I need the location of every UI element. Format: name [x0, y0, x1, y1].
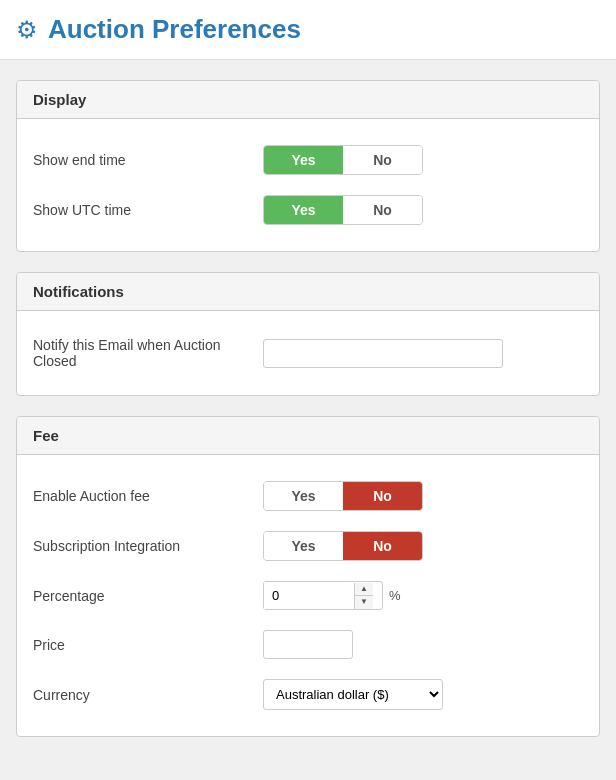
currency-row: Currency Australian dollar ($) US dollar…: [33, 669, 583, 720]
show-utc-time-label: Show UTC time: [33, 202, 263, 218]
currency-select[interactable]: Australian dollar ($) US dollar ($) Euro…: [263, 679, 443, 710]
percentage-input[interactable]: [264, 582, 354, 609]
display-card-header: Display: [17, 81, 599, 119]
show-end-time-label: Show end time: [33, 152, 263, 168]
main-content: Display Show end time Yes No Show UTC ti…: [0, 60, 616, 757]
percentage-spinner: ▲ ▼: [354, 583, 373, 609]
enable-auction-fee-label: Enable Auction fee: [33, 488, 263, 504]
enable-auction-fee-row: Enable Auction fee Yes No: [33, 471, 583, 521]
show-utc-time-yes[interactable]: Yes: [264, 196, 343, 224]
subscription-integration-no[interactable]: No: [343, 532, 422, 560]
show-end-time-toggle[interactable]: Yes No: [263, 145, 423, 175]
percentage-row: Percentage ▲ ▼ %: [33, 571, 583, 620]
enable-auction-fee-no[interactable]: No: [343, 482, 422, 510]
notifications-card-body: Notify this Email when Auction Closed: [17, 311, 599, 395]
notify-email-label: Notify this Email when Auction Closed: [33, 337, 263, 369]
subscription-integration-yes[interactable]: Yes: [264, 532, 343, 560]
page-header: ⚙ Auction Preferences: [0, 0, 616, 60]
notify-email-row: Notify this Email when Auction Closed: [33, 327, 583, 379]
notifications-card-header: Notifications: [17, 273, 599, 311]
show-end-time-row: Show end time Yes No: [33, 135, 583, 185]
percentage-spinner-up[interactable]: ▲: [355, 583, 373, 596]
percentage-input-wrap: ▲ ▼: [263, 581, 383, 610]
display-card-body: Show end time Yes No Show UTC time Yes N…: [17, 119, 599, 251]
enable-auction-fee-yes[interactable]: Yes: [264, 482, 343, 510]
notifications-card: Notifications Notify this Email when Auc…: [16, 272, 600, 396]
fee-card: Fee Enable Auction fee Yes No Subscripti…: [16, 416, 600, 737]
show-end-time-yes[interactable]: Yes: [264, 146, 343, 174]
price-label: Price: [33, 637, 263, 653]
percentage-unit: %: [389, 588, 401, 603]
subscription-integration-label: Subscription Integration: [33, 538, 263, 554]
fee-card-body: Enable Auction fee Yes No Subscription I…: [17, 455, 599, 736]
display-card: Display Show end time Yes No Show UTC ti…: [16, 80, 600, 252]
show-utc-time-row: Show UTC time Yes No: [33, 185, 583, 235]
fee-card-header: Fee: [17, 417, 599, 455]
show-utc-time-toggle[interactable]: Yes No: [263, 195, 423, 225]
currency-label: Currency: [33, 687, 263, 703]
percentage-label: Percentage: [33, 588, 263, 604]
show-end-time-no[interactable]: No: [343, 146, 422, 174]
notify-email-input[interactable]: [263, 339, 503, 368]
subscription-integration-row: Subscription Integration Yes No: [33, 521, 583, 571]
page-title: Auction Preferences: [48, 14, 301, 45]
gear-icon: ⚙: [16, 16, 38, 44]
percentage-spinner-down[interactable]: ▼: [355, 596, 373, 609]
price-input[interactable]: [263, 630, 353, 659]
percentage-input-group: ▲ ▼ %: [263, 581, 401, 610]
price-row: Price: [33, 620, 583, 669]
enable-auction-fee-toggle[interactable]: Yes No: [263, 481, 423, 511]
show-utc-time-no[interactable]: No: [343, 196, 422, 224]
subscription-integration-toggle[interactable]: Yes No: [263, 531, 423, 561]
